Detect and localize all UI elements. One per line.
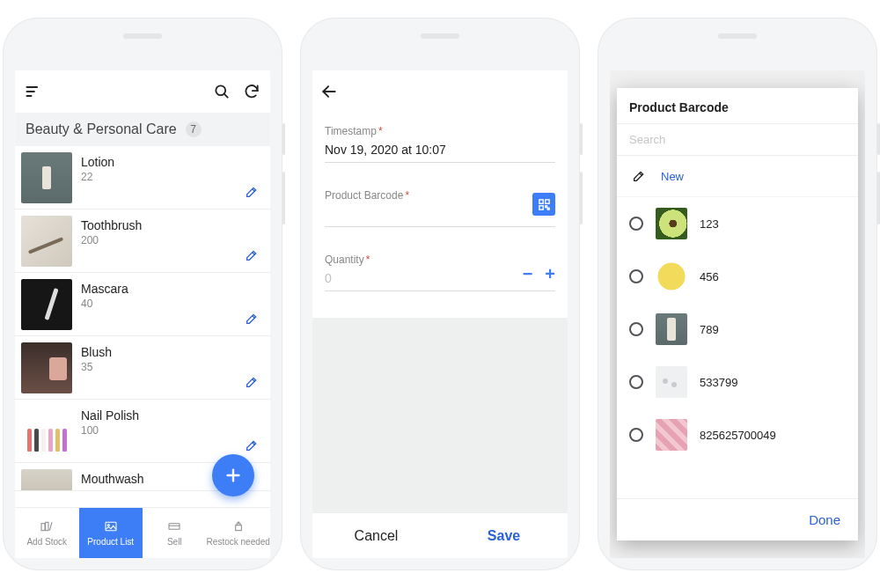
search-field (617, 123, 858, 156)
field-label: Product Barcode (325, 189, 403, 202)
phone-product-list: Beauty & Personal Care 7 Lotion 22 Tooth… (3, 18, 282, 570)
timestamp-input[interactable] (325, 137, 555, 163)
back-arrow-icon[interactable] (319, 82, 339, 101)
barcode-option[interactable]: 456 (617, 250, 858, 303)
edit-icon[interactable] (242, 436, 261, 455)
done-button[interactable]: Done (809, 512, 840, 527)
empty-area (312, 318, 568, 512)
product-name: Lotion (81, 155, 270, 169)
phone-barcode-picker: Product Barcode New 123 456 (598, 18, 877, 570)
required-indicator: * (378, 125, 383, 137)
radio-icon (629, 269, 643, 283)
field-label: Timestamp (325, 125, 377, 137)
list-item[interactable]: Toothbrush 200 (15, 209, 270, 273)
barcode-value: 456 (700, 270, 719, 283)
svg-line-4 (224, 94, 228, 98)
product-thumbnail (656, 366, 687, 398)
tab-restock-needed[interactable]: Restock needed (207, 508, 271, 558)
svg-point-10 (107, 525, 109, 526)
product-thumbnail (656, 313, 687, 345)
new-label: New (661, 170, 684, 183)
product-thumbnail (21, 406, 72, 457)
phone-add-stock-form: Timestamp* Product Barcode* Quantity* − … (300, 18, 580, 570)
search-input[interactable] (617, 124, 858, 155)
save-button[interactable]: Save (440, 513, 568, 558)
product-name: Nail Polish (81, 408, 270, 423)
cancel-button[interactable]: Cancel (312, 513, 440, 558)
tab-label: Add Stock (26, 537, 67, 547)
list-item[interactable]: Lotion 22 (15, 146, 270, 209)
barcode-option[interactable]: 825625700049 (617, 408, 858, 461)
edit-icon (629, 166, 649, 186)
svg-rect-11 (169, 524, 180, 530)
sheet-title: Product Barcode (617, 88, 858, 123)
edit-icon[interactable] (242, 182, 261, 202)
svg-rect-7 (41, 524, 45, 531)
toolbar (15, 70, 270, 113)
radio-icon (629, 375, 643, 389)
quantity-input[interactable] (325, 266, 555, 291)
tab-label: Sell (167, 537, 182, 547)
tab-add-stock[interactable]: Add Stock (15, 508, 79, 558)
barcode-option[interactable]: 123 (617, 197, 858, 250)
scan-barcode-button[interactable] (532, 193, 555, 216)
new-item-button[interactable]: New (617, 156, 858, 197)
edit-icon[interactable] (242, 372, 261, 392)
picker-sheet: Product Barcode New 123 456 (617, 88, 858, 540)
edit-icon[interactable] (242, 309, 261, 328)
product-qty: 22 (81, 171, 270, 183)
product-name: Toothbrush (81, 218, 270, 232)
refresh-icon[interactable] (242, 82, 261, 101)
category-header[interactable]: Beauty & Personal Care 7 (15, 113, 270, 146)
product-name: Mascara (81, 282, 270, 296)
svg-rect-18 (545, 199, 548, 202)
tab-sell[interactable]: Sell (143, 508, 207, 558)
product-thumbnail (21, 469, 72, 491)
category-title: Beauty & Personal Care (26, 121, 177, 137)
search-icon[interactable] (212, 82, 231, 101)
product-thumbnail (656, 208, 687, 239)
product-qty: 200 (81, 234, 270, 246)
list-item[interactable]: Blush 35 (15, 336, 270, 400)
list-item[interactable]: Mascara 40 (15, 273, 270, 336)
barcode-value: 825625700049 (700, 429, 776, 442)
add-fab-button[interactable] (212, 454, 254, 496)
barcode-value: 789 (700, 323, 719, 336)
svg-rect-17 (539, 199, 542, 202)
barcode-option[interactable]: 533799 (617, 356, 858, 408)
product-list: Lotion 22 Toothbrush 200 Mascara 40 (15, 146, 270, 507)
barcode-value: 123 (700, 217, 719, 231)
tab-label: Product List (87, 537, 134, 547)
field-label: Quantity (325, 254, 364, 266)
barcode-input[interactable] (325, 202, 555, 227)
product-qty: 100 (81, 424, 270, 437)
svg-rect-20 (545, 205, 546, 207)
svg-rect-19 (539, 205, 542, 209)
tab-product-list[interactable]: Product List (79, 508, 143, 558)
barcode-value: 533799 (700, 376, 737, 389)
product-thumbnail (21, 216, 72, 267)
edit-icon[interactable] (242, 246, 261, 265)
radio-icon (629, 322, 643, 336)
menu-sort-icon[interactable] (24, 82, 43, 101)
form-footer: Cancel Save (312, 512, 568, 558)
tab-label: Restock needed (207, 537, 270, 547)
category-count-badge: 7 (186, 121, 202, 137)
toolbar (312, 70, 568, 113)
product-thumbnail (21, 152, 72, 203)
required-indicator: * (405, 189, 409, 202)
radio-icon (629, 428, 643, 442)
required-indicator: * (366, 254, 370, 266)
product-name: Blush (81, 345, 270, 359)
svg-rect-8 (46, 522, 48, 530)
quantity-increment-button[interactable]: + (545, 264, 555, 284)
option-list: 123 456 789 533799 (617, 197, 858, 498)
field-product-barcode: Product Barcode* (325, 189, 555, 227)
quantity-decrement-button[interactable]: − (523, 264, 533, 284)
field-timestamp: Timestamp* (325, 125, 555, 163)
product-thumbnail (656, 261, 687, 292)
product-thumbnail (656, 419, 687, 451)
svg-rect-13 (235, 526, 241, 531)
sheet-footer: Done (617, 498, 858, 540)
barcode-option[interactable]: 789 (617, 303, 858, 356)
